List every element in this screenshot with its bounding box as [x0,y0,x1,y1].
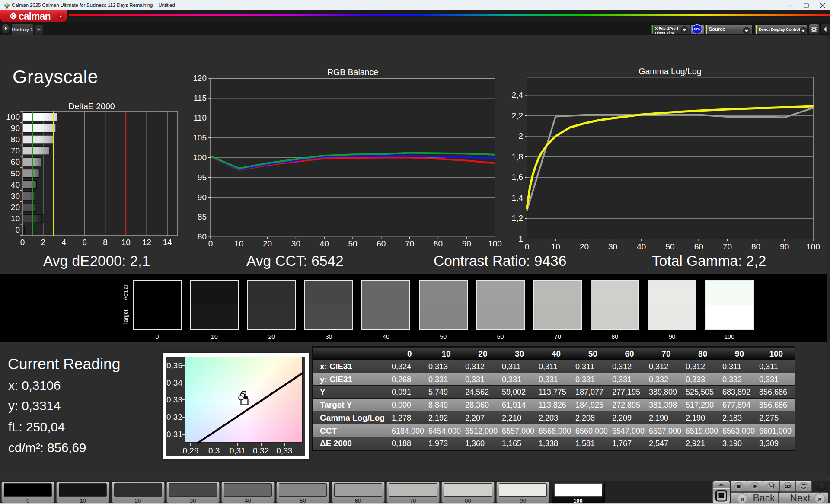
svg-text:6: 6 [82,238,87,247]
svg-text:0: 0 [208,239,213,248]
svg-text:1,8: 1,8 [512,152,523,161]
svg-text:90: 90 [462,239,471,248]
svg-text:2,4: 2,4 [512,90,524,99]
svg-text:10: 10 [551,242,560,251]
svg-text:40: 40 [637,242,646,251]
svg-text:50: 50 [11,169,20,178]
svg-text:2: 2 [518,131,523,140]
svg-text:60: 60 [377,239,386,248]
svg-text:10: 10 [11,214,20,223]
svg-text:90: 90 [198,193,207,202]
svg-text:80: 80 [751,242,760,251]
svg-text:90: 90 [780,242,789,251]
svg-text:40: 40 [11,180,20,189]
svg-text:1,2: 1,2 [512,214,523,223]
svg-text:115: 115 [194,93,207,102]
svg-text:10: 10 [121,238,131,247]
svg-text:RGB Balance: RGB Balance [327,67,378,77]
svg-text:2: 2 [41,238,46,247]
svg-text:70: 70 [723,242,732,251]
svg-text:20: 20 [263,239,272,248]
svg-text:50: 50 [665,242,674,251]
svg-text:0: 0 [525,242,530,251]
svg-text:4: 4 [61,238,66,247]
svg-text:100: 100 [806,242,820,251]
svg-text:Target: Target [123,309,129,325]
svg-text:60: 60 [694,242,703,251]
svg-text:80: 80 [434,239,443,248]
svg-text:120: 120 [193,73,207,83]
svg-text:20: 20 [11,203,20,212]
svg-text:14: 14 [163,238,172,247]
svg-text:Gamma Log/Log: Gamma Log/Log [638,67,701,76]
svg-text:100: 100 [193,153,207,162]
svg-text:50: 50 [348,239,357,248]
svg-text:20: 20 [580,242,589,251]
svg-text:1,4: 1,4 [512,193,524,202]
svg-text:80: 80 [11,135,20,144]
svg-text:10: 10 [234,239,243,248]
svg-text:0: 0 [15,225,20,234]
svg-text:30: 30 [608,242,617,251]
svg-text:70: 70 [405,239,414,248]
svg-text:90: 90 [11,124,20,133]
svg-text:8: 8 [103,238,108,247]
svg-text:60: 60 [11,157,20,166]
svg-text:80: 80 [198,232,207,241]
svg-text:0: 0 [20,238,25,247]
svg-text:100: 100 [6,112,20,121]
svg-text:85: 85 [198,212,207,221]
svg-text:30: 30 [291,239,300,248]
svg-text:30: 30 [11,191,20,201]
svg-text:12: 12 [142,238,151,247]
svg-text:110: 110 [194,113,207,122]
svg-text:95: 95 [198,173,207,182]
svg-text:100: 100 [488,239,502,248]
svg-text:2,2: 2,2 [512,111,523,120]
svg-text:DeltaE 2000: DeltaE 2000 [68,102,115,111]
svg-text:1,6: 1,6 [512,172,523,182]
svg-text:70: 70 [11,146,20,155]
svg-text:Actual: Actual [123,285,129,300]
svg-text:1: 1 [518,234,523,243]
svg-text:40: 40 [320,239,329,248]
svg-text:105: 105 [193,133,207,142]
